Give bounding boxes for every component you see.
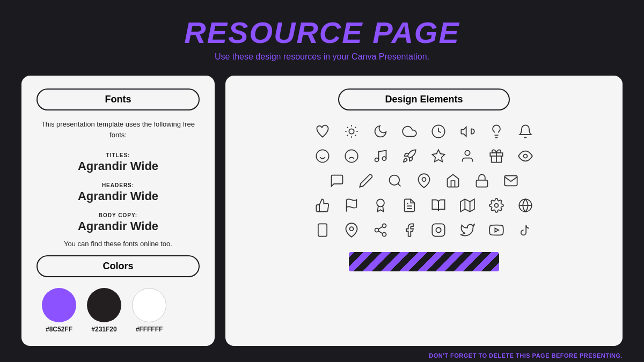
stripe-decoration bbox=[349, 252, 499, 271]
star-icon bbox=[428, 146, 449, 166]
bulb-icon bbox=[486, 121, 507, 142]
svg-point-42 bbox=[350, 227, 354, 231]
svg-line-7 bbox=[347, 135, 348, 136]
phone-icon bbox=[312, 220, 333, 240]
font-note: You can find these fonts online too. bbox=[36, 240, 200, 248]
gift-icon bbox=[486, 146, 507, 166]
colors-section: Colors #8C52FF #231F20 #FFFFFF bbox=[36, 255, 200, 333]
svg-line-47 bbox=[378, 227, 383, 230]
colors-label: Colors bbox=[36, 255, 200, 277]
svg-line-46 bbox=[378, 231, 383, 234]
twitter-icon bbox=[457, 220, 478, 240]
thumbsup-icon bbox=[312, 195, 333, 216]
svg-point-28 bbox=[422, 178, 426, 181]
book-icon bbox=[428, 195, 449, 216]
svg-point-31 bbox=[377, 199, 384, 206]
megaphone-icon bbox=[457, 121, 478, 142]
share-icon bbox=[370, 220, 391, 240]
svg-rect-29 bbox=[477, 180, 488, 187]
svg-point-0 bbox=[349, 129, 354, 134]
svg-point-13 bbox=[316, 150, 328, 162]
font-entry-body: BODY COPY: Agrandir Wide bbox=[36, 210, 200, 233]
music-icon bbox=[370, 146, 391, 166]
svg-line-6 bbox=[355, 135, 356, 136]
svg-line-5 bbox=[347, 127, 348, 128]
icons-row-2 bbox=[312, 146, 536, 166]
tiktok-icon bbox=[515, 220, 536, 240]
page-header: RESOURCE PAGE Use these design resources… bbox=[184, 0, 459, 67]
footer: DON'T FORGET TO DELETE THIS PAGE BEFORE … bbox=[0, 346, 644, 362]
colors-row: #8C52FF #231F20 #FFFFFF bbox=[36, 288, 200, 333]
svg-point-16 bbox=[345, 150, 357, 162]
color-item-dark: #231F20 bbox=[87, 288, 121, 333]
icons-row-4 bbox=[312, 195, 536, 216]
body-font: Agrandir Wide bbox=[36, 219, 200, 233]
svg-point-26 bbox=[390, 175, 400, 186]
svg-point-43 bbox=[383, 224, 386, 227]
icons-row-5 bbox=[312, 220, 536, 240]
smile-icon bbox=[312, 146, 333, 166]
settings-icon bbox=[486, 195, 507, 216]
map-icon bbox=[457, 195, 478, 216]
svg-point-19 bbox=[375, 158, 379, 162]
cloud-icon bbox=[399, 121, 420, 142]
location-icon bbox=[341, 220, 362, 240]
headers-label: HEADERS: bbox=[102, 182, 134, 188]
design-elements-header: Design Elements bbox=[240, 88, 608, 110]
color-hex-dark: #231F20 bbox=[91, 326, 116, 333]
color-item-purple: #8C52FF bbox=[42, 288, 76, 333]
flag-icon bbox=[341, 195, 362, 216]
frown-icon bbox=[341, 146, 362, 166]
instagram-icon bbox=[428, 220, 449, 240]
color-swatch-white bbox=[132, 288, 166, 322]
sun-icon bbox=[341, 121, 362, 142]
svg-point-37 bbox=[495, 204, 499, 208]
page-title: RESOURCE PAGE bbox=[184, 15, 459, 50]
fonts-section: Fonts This presentation template uses th… bbox=[36, 88, 200, 248]
chat-icon bbox=[327, 171, 347, 191]
svg-point-20 bbox=[383, 157, 386, 160]
design-elements-label: Design Elements bbox=[338, 88, 510, 110]
svg-point-25 bbox=[524, 154, 528, 158]
color-swatch-purple bbox=[42, 288, 76, 322]
icons-grid bbox=[240, 121, 608, 271]
svg-marker-50 bbox=[495, 228, 499, 232]
color-swatch-dark bbox=[87, 288, 121, 322]
footer-text: DON'T FORGET TO DELETE THIS PAGE BEFORE … bbox=[429, 352, 623, 359]
file-icon bbox=[399, 195, 420, 216]
bell-icon bbox=[515, 121, 536, 142]
svg-marker-34 bbox=[460, 199, 474, 211]
eye-icon bbox=[515, 146, 536, 166]
moon-icon bbox=[370, 121, 391, 142]
svg-point-44 bbox=[375, 228, 379, 232]
svg-line-8 bbox=[355, 127, 356, 128]
right-panel: Design Elements bbox=[225, 76, 623, 346]
svg-point-22 bbox=[465, 151, 470, 156]
icons-row-3 bbox=[327, 171, 521, 191]
home-icon bbox=[443, 171, 463, 191]
pin-icon bbox=[414, 171, 434, 191]
youtube-icon bbox=[486, 220, 507, 240]
main-content: Fonts This presentation template uses th… bbox=[0, 76, 644, 346]
lock-icon bbox=[472, 171, 492, 191]
left-panel: Fonts This presentation template uses th… bbox=[21, 76, 215, 346]
icons-row-1 bbox=[312, 121, 536, 142]
mail-icon bbox=[501, 171, 521, 191]
pencil-icon bbox=[356, 171, 376, 191]
font-description: This presentation template uses the foll… bbox=[36, 119, 200, 140]
heart-icon bbox=[312, 121, 333, 142]
award-icon bbox=[370, 195, 391, 216]
clock-icon bbox=[428, 121, 449, 142]
facebook-icon bbox=[399, 220, 420, 240]
font-entry-titles: TITLES: Agrandir Wide bbox=[36, 150, 200, 173]
font-entry-headers: HEADERS: Agrandir Wide bbox=[36, 180, 200, 203]
body-label: BODY COPY: bbox=[99, 212, 137, 218]
headers-font: Agrandir Wide bbox=[36, 189, 200, 203]
titles-label: TITLES: bbox=[106, 152, 130, 158]
search-icon bbox=[385, 171, 405, 191]
user-icon bbox=[457, 146, 478, 166]
svg-marker-21 bbox=[432, 150, 444, 161]
color-item-white: #FFFFFF bbox=[132, 288, 166, 333]
svg-rect-40 bbox=[318, 224, 327, 236]
svg-line-27 bbox=[398, 183, 400, 186]
